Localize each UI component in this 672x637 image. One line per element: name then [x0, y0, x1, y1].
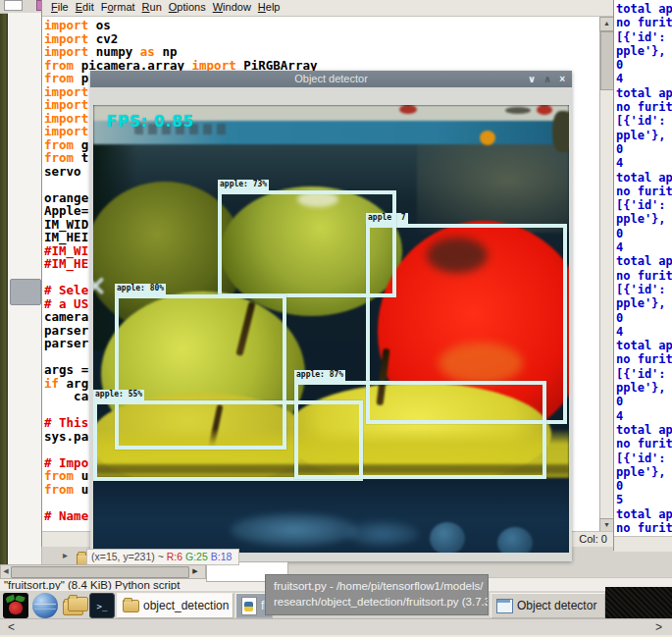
shell-line: [{'id': 5 — [616, 283, 672, 296]
object-detector-window: Object detector ∨ ∧ × — [90, 71, 572, 561]
window-icon — [496, 599, 513, 613]
shell-line: no furit — [616, 269, 672, 283]
file-manager-toolbar-fragment — [0, 0, 41, 14]
menu-edit[interactable]: Edit — [76, 1, 94, 13]
shell-line: 4 — [616, 72, 672, 85]
menu-help[interactable]: Help — [258, 1, 281, 13]
tree-expander-icon[interactable]: ▸ — [63, 550, 75, 561]
cursor-column-status: Col: 0 — [579, 533, 607, 545]
menu-run[interactable]: Run — [142, 1, 162, 13]
shell-line: pple'}, { — [616, 129, 672, 142]
shell-line: pple'}, { — [616, 381, 672, 395]
shell-line: total app — [616, 171, 672, 185]
shell-line: 0 — [616, 395, 672, 408]
editor-vertical-scrollbar[interactable] — [599, 17, 614, 531]
shell-line: 4 — [616, 325, 672, 339]
taskbar-button-object-detector[interactable]: Object detector — [491, 593, 605, 618]
horizontal-scrollbar-thumb[interactable] — [11, 566, 189, 578]
shell-line: total app — [616, 423, 672, 437]
taskbar-button-object-detection[interactable]: object_detection — [117, 593, 233, 618]
menu-format[interactable]: Format — [101, 1, 135, 13]
shell-line: [{'id': 5 — [616, 451, 672, 465]
code-line: from picamera.array import PiRGBArray — [44, 59, 599, 73]
shell-line: 5 — [616, 493, 672, 506]
toolbar-icon-fragment[interactable] — [4, 0, 23, 11]
shell-line: [{'id': 5 — [616, 114, 672, 128]
menu-options[interactable]: Options — [169, 1, 206, 13]
taskbar-tooltip: fruitsort.py - /home/pi/tensorflow1/mode… — [265, 574, 489, 615]
camera-photo — [93, 105, 569, 553]
shell-line: [{'id': 5 — [616, 198, 672, 212]
raspberry-menu-icon[interactable] — [3, 593, 28, 618]
shell-line: pple'}, { — [616, 212, 672, 226]
window-title: Object detector — [90, 71, 572, 87]
file-manager-icon[interactable] — [62, 593, 87, 618]
web-browser-icon[interactable] — [32, 593, 58, 618]
desktop-wallpaper-strip — [0, 0, 8, 566]
shade-window-icon[interactable]: ∨ — [528, 75, 536, 84]
shell-line: 0 — [616, 58, 672, 72]
shell-line: no furit — [616, 185, 672, 198]
code-line: import cv2 — [44, 32, 599, 46]
shell-line: 4 — [616, 240, 672, 254]
scroll-right-icon[interactable]: ▶ — [189, 565, 201, 576]
shell-output[interactable]: total appno furit [{'id': 5pple'}, {04to… — [616, 2, 672, 535]
task-label: Object detector — [517, 599, 596, 612]
terminal-icon[interactable]: >_ — [89, 593, 115, 618]
detector-titlebar[interactable]: Object detector ∨ ∧ × — [90, 71, 572, 87]
shell-line: no furit — [616, 100, 672, 114]
code-line: import numpy as np — [44, 45, 599, 59]
shell-line: 0 — [616, 142, 672, 156]
tooltip-line: fruitsort.py - /home/pi/tensorflow1/mode… — [274, 578, 480, 594]
menu-file[interactable]: File — [51, 1, 69, 13]
pixel-pointer-status: (x=15, y=231) ~ R:6 G:25 B:18 — [86, 549, 239, 565]
shell-line: 0 — [616, 227, 672, 240]
shell-line: 0 — [616, 479, 672, 493]
shell-line: [{'id': 5 — [616, 367, 672, 381]
maximize-window-icon[interactable]: ∧ — [543, 75, 551, 84]
close-window-icon[interactable]: × — [559, 75, 565, 84]
pager-left-icon[interactable]: < — [8, 619, 15, 635]
taskbar-pager-row: < > — [0, 618, 672, 636]
shell-line: pple'}, { — [616, 44, 672, 58]
shell-line: no furit — [616, 521, 672, 535]
camera-feed — [93, 105, 569, 553]
shell-line: 0 — [616, 311, 672, 325]
shell-line: 4 — [616, 156, 672, 170]
shell-line: total app — [616, 86, 672, 100]
code-line: import os — [44, 19, 599, 32]
pager-right-icon[interactable]: > — [655, 619, 662, 635]
menu-window[interactable]: Window — [213, 1, 251, 13]
editor-scrollbar-thumb[interactable] — [600, 31, 614, 90]
task-label: object_detection — [143, 599, 229, 612]
shell-line: no furit — [616, 16, 672, 29]
shell-statusbar — [614, 536, 672, 552]
shell-line: pple'}, { — [616, 465, 672, 479]
idle-shell-window: total appno furit [{'id': 5pple'}, {04to… — [613, 0, 672, 551]
shell-line: total app — [616, 254, 672, 268]
desktop-fragment — [605, 587, 672, 618]
shell-line: total app — [616, 2, 672, 16]
shell-line: no furit — [616, 352, 672, 366]
desktop-screen: FileEditFormatRunOptionsWindowHelp impor… — [0, 0, 672, 637]
scroll-up-icon[interactable]: ▲ — [599, 17, 614, 31]
shell-line: pple'}, { — [616, 296, 672, 310]
side-pane-scrollbar-thumb[interactable] — [10, 279, 41, 305]
python-file-icon — [241, 597, 257, 615]
shell-line: no furit — [616, 437, 672, 451]
shell-line: [{'id': 5 — [616, 30, 672, 44]
shell-line: total app — [616, 339, 672, 352]
tooltip-line: research/object_detection/fruitsort.py (… — [274, 594, 480, 610]
shell-line: 4 — [616, 409, 672, 423]
shell-line: total app — [616, 507, 672, 521]
folder-icon — [123, 600, 139, 612]
editor-menubar: FileEditFormatRunOptionsWindowHelp — [42, 0, 626, 17]
scroll-left-icon[interactable]: ◀ — [1, 565, 11, 576]
